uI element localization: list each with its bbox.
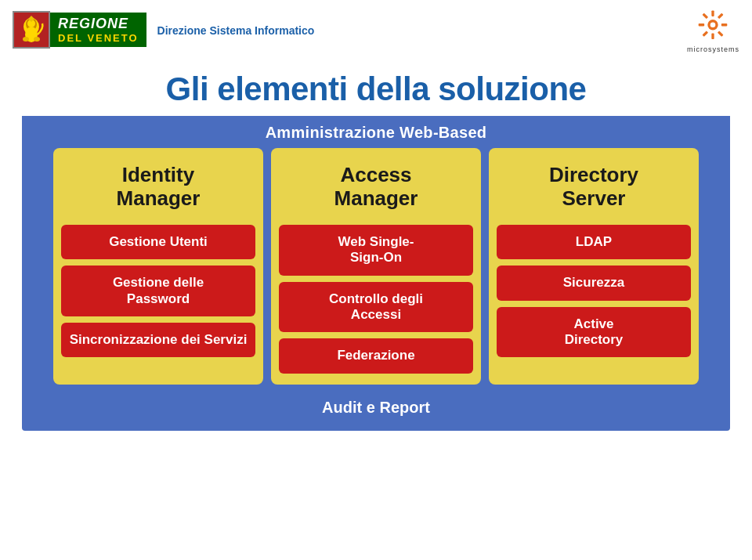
svg-rect-11: [721, 23, 728, 26]
access-manager-title: AccessManager: [279, 157, 473, 219]
gestione-utenti-box: Gestione Utenti: [61, 225, 255, 259]
access-manager-column: AccessManager Web Single-Sign-On Control…: [271, 148, 481, 385]
controllo-accessi-box: Controllo degliAccessi: [279, 282, 473, 333]
diagram-area: Amministrazione Web-Based IdentityManage…: [22, 116, 730, 431]
sincronizzazione-box: Sincronizzazione dei Servizi: [61, 323, 255, 357]
header-left: REGIONE DEL VENETO Direzione Sistema Inf…: [13, 11, 314, 49]
ldap-box: LDAP: [497, 225, 691, 259]
web-based-banner: Amministrazione Web-Based: [22, 116, 730, 148]
audit-report-banner: Audit e Report: [22, 396, 730, 417]
svg-rect-13: [703, 13, 709, 20]
svg-point-7: [34, 37, 40, 42]
svg-rect-8: [712, 10, 714, 16]
active-directory-box: ActiveDirectory: [497, 307, 691, 358]
region-logo: REGIONE DEL VENETO: [13, 11, 146, 49]
svg-rect-14: [718, 31, 724, 37]
lion-icon: [13, 11, 50, 49]
svg-rect-15: [703, 31, 709, 37]
sun-icon: [693, 6, 732, 45]
del-veneto-label: DEL VENETO: [58, 32, 139, 44]
header: REGIONE DEL VENETO Direzione Sistema Inf…: [0, 0, 752, 56]
web-sso-box: Web Single-Sign-On: [279, 225, 473, 276]
sun-logo: microsystems: [687, 6, 739, 53]
svg-rect-10: [699, 23, 705, 26]
sicurezza-box: Sicurezza: [497, 266, 691, 300]
directory-server-title: DirectoryServer: [497, 157, 691, 219]
gestione-password-box: Gestione dellePassword: [61, 266, 255, 316]
svg-point-17: [710, 22, 716, 27]
page-title: Gli elementi della soluzione: [0, 70, 752, 108]
svg-rect-9: [712, 34, 714, 40]
svg-rect-12: [718, 13, 724, 20]
identity-manager-column: IdentityManager Gestione Utenti Gestione…: [53, 148, 263, 385]
sun-microsystems-label: microsystems: [687, 45, 739, 53]
regione-label: REGIONE: [58, 16, 139, 32]
region-text-box: REGIONE DEL VENETO: [50, 13, 146, 47]
directory-server-column: DirectoryServer LDAP Sicurezza ActiveDir…: [489, 148, 699, 385]
subtitle-label: Direzione Sistema Informatico: [157, 24, 315, 37]
svg-point-6: [23, 37, 29, 42]
federazione-box: Federazione: [279, 338, 473, 373]
identity-manager-title: IdentityManager: [61, 157, 255, 219]
columns-grid: IdentityManager Gestione Utenti Gestione…: [22, 148, 730, 385]
